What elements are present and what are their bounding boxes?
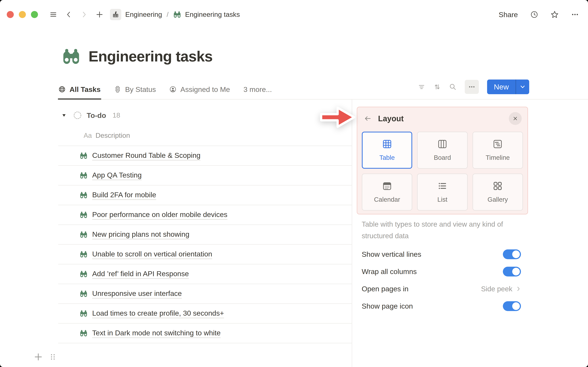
tab-label: 3 more... bbox=[243, 85, 272, 94]
tab-label: By Status bbox=[125, 85, 156, 94]
table-row[interactable]: Add ’ref’ field in API Response bbox=[58, 264, 352, 284]
more-icon[interactable] bbox=[571, 11, 579, 18]
drag-handle-icon[interactable] bbox=[49, 353, 57, 361]
task-title[interactable]: Unresponsive user interface bbox=[92, 289, 182, 299]
new-page-icon[interactable] bbox=[96, 11, 103, 18]
wrap-all-columns-toggle[interactable] bbox=[503, 267, 521, 276]
breadcrumb-parent[interactable]: Engineering bbox=[125, 10, 162, 18]
layout-option-calendar[interactable]: Calendar bbox=[362, 174, 412, 211]
page-title[interactable]: Engineering tasks bbox=[88, 48, 213, 65]
view-options-button[interactable] bbox=[465, 80, 479, 94]
setting-label: Show vertical lines bbox=[362, 250, 421, 259]
new-button[interactable]: New bbox=[487, 80, 516, 94]
forward-icon[interactable] bbox=[80, 11, 87, 18]
layout-options-grid: Table Board Timeline Calendar List Galle… bbox=[362, 132, 523, 211]
new-button-group: New bbox=[487, 80, 529, 94]
panel-title: Layout bbox=[378, 114, 404, 123]
breadcrumb-parent-chip[interactable] bbox=[110, 9, 121, 20]
layout-option-table[interactable]: Table bbox=[362, 132, 412, 169]
task-title[interactable]: Add ’ref’ field in API Response bbox=[92, 269, 189, 279]
tab-all-tasks[interactable]: All Tasks bbox=[59, 80, 101, 99]
layout-option-board[interactable]: Board bbox=[417, 132, 467, 169]
binoculars-icon bbox=[173, 10, 181, 18]
close-window-button[interactable] bbox=[7, 11, 14, 18]
red-arrow bbox=[320, 106, 355, 129]
setting-open-pages-in[interactable]: Open pages in Side peek bbox=[362, 280, 521, 297]
window-controls bbox=[7, 11, 38, 18]
table-row[interactable]: Poor performance on older mobile devices bbox=[58, 205, 352, 225]
task-title[interactable]: App QA Testing bbox=[92, 171, 142, 180]
show-vertical-lines-toggle[interactable] bbox=[503, 250, 521, 259]
star-icon[interactable] bbox=[551, 10, 559, 18]
column-header-description[interactable]: Aa Description bbox=[84, 132, 130, 140]
tab-more-views[interactable]: 3 more... bbox=[243, 80, 272, 99]
layout-option-list[interactable]: List bbox=[417, 174, 467, 211]
more-icon bbox=[468, 83, 475, 90]
table-row[interactable]: Build 2FA for mobile bbox=[58, 185, 352, 205]
table-row[interactable]: Unable to scroll on vertical orientation bbox=[58, 245, 352, 264]
table-row[interactable]: App QA Testing bbox=[58, 166, 352, 185]
breadcrumb: Engineering / Engineering tasks bbox=[110, 9, 240, 20]
zoom-window-button[interactable] bbox=[31, 11, 38, 18]
task-title[interactable]: Build 2FA for mobile bbox=[92, 191, 156, 200]
clock-icon[interactable] bbox=[530, 11, 538, 18]
share-button[interactable]: Share bbox=[499, 10, 518, 19]
binoculars-icon bbox=[80, 270, 87, 278]
dashed-circle-icon bbox=[73, 111, 82, 120]
breadcrumb-page[interactable]: Engineering tasks bbox=[185, 10, 240, 18]
show-page-icon-toggle[interactable] bbox=[503, 301, 521, 311]
table-row[interactable]: Unresponsive user interface bbox=[58, 284, 352, 304]
table-row[interactable]: New pricing plans not showing bbox=[58, 225, 352, 245]
globe-icon bbox=[59, 86, 66, 93]
search-icon[interactable] bbox=[449, 83, 457, 91]
back-arrow-icon[interactable] bbox=[364, 115, 372, 122]
task-title[interactable]: New pricing plans not showing bbox=[92, 230, 190, 239]
task-title[interactable]: Load times to create profile, 30 seconds… bbox=[92, 309, 224, 318]
panel-divider bbox=[352, 100, 352, 367]
group-header: To-do 18 bbox=[61, 108, 120, 123]
toggle-knob bbox=[512, 268, 520, 275]
layout-panel: Layout Table Board Timeline Calendar bbox=[357, 107, 528, 214]
table-icon bbox=[382, 139, 392, 149]
tab-label: All Tasks bbox=[69, 85, 101, 94]
group-count: 18 bbox=[112, 111, 120, 119]
calendar-icon bbox=[382, 181, 392, 191]
board-icon bbox=[437, 139, 447, 149]
group-name[interactable]: To-do bbox=[87, 111, 106, 120]
task-table: Customer Round Table & Scoping App QA Te… bbox=[58, 146, 352, 343]
filter-icon[interactable] bbox=[418, 83, 425, 91]
task-title[interactable]: Poor performance on older mobile devices bbox=[92, 210, 227, 220]
option-label: List bbox=[437, 196, 447, 203]
gallery-icon bbox=[493, 181, 503, 191]
disclosure-value: Side peek bbox=[481, 285, 512, 293]
layout-option-gallery[interactable]: Gallery bbox=[473, 174, 523, 211]
layout-option-timeline[interactable]: Timeline bbox=[473, 132, 523, 169]
sort-icon[interactable] bbox=[433, 83, 441, 91]
binoculars-icon bbox=[80, 171, 87, 179]
tab-by-status[interactable]: By Status bbox=[114, 80, 156, 99]
layout-panel-header: Layout bbox=[364, 110, 522, 126]
tab-label: Assigned to Me bbox=[180, 85, 230, 94]
plus-icon[interactable] bbox=[34, 353, 43, 361]
new-dropdown-button[interactable] bbox=[516, 80, 529, 94]
list-icon bbox=[437, 181, 447, 191]
close-panel-button[interactable] bbox=[509, 112, 522, 125]
task-title[interactable]: Customer Round Table & Scoping bbox=[92, 151, 200, 160]
traffic-light-icon bbox=[114, 86, 121, 93]
task-title[interactable]: Unable to scroll on vertical orientation bbox=[92, 250, 212, 259]
table-row[interactable]: Load times to create profile, 30 seconds… bbox=[58, 304, 352, 324]
table-row[interactable]: Text in Dark mode not switching to white bbox=[58, 324, 352, 343]
task-title[interactable]: Text in Dark mode not switching to white bbox=[92, 329, 221, 338]
back-icon[interactable] bbox=[65, 11, 72, 18]
tab-assigned-to-me[interactable]: Assigned to Me bbox=[169, 80, 230, 99]
table-row[interactable]: Customer Round Table & Scoping bbox=[58, 146, 352, 166]
top-bar: Engineering / Engineering tasks Share bbox=[0, 0, 588, 29]
view-tabs: All Tasks By Status Assigned to Me 3 mor… bbox=[59, 80, 272, 99]
triangle-down-icon[interactable] bbox=[61, 113, 67, 118]
open-pages-in-value[interactable]: Side peek bbox=[481, 285, 521, 293]
minimize-window-button[interactable] bbox=[19, 11, 26, 18]
hamburger-icon[interactable] bbox=[50, 11, 57, 18]
toggle-knob bbox=[512, 302, 520, 310]
option-label: Table bbox=[379, 154, 395, 161]
option-label: Timeline bbox=[486, 154, 510, 161]
